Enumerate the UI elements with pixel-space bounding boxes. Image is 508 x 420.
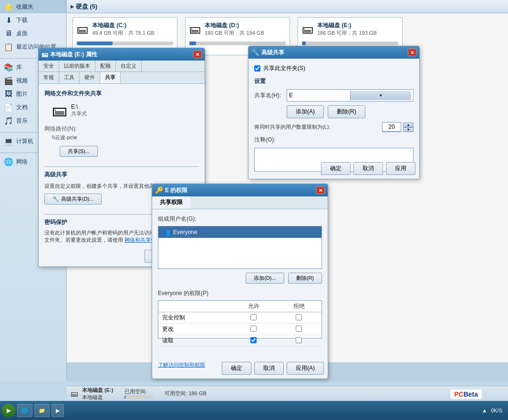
perm-add-button[interactable]: 添加(D)...: [246, 273, 284, 284]
perm-user-everyone[interactable]: 👥 Everyone: [158, 226, 321, 238]
tab-sharing[interactable]: 共享: [100, 72, 121, 83]
drive-d-bar-fill: [189, 41, 196, 45]
perm-allow-fullcontrol[interactable]: [250, 314, 257, 320]
sidebar-item-desktop[interactable]: 🖥 桌面: [0, 27, 66, 40]
taskbar-icons: ▲: [482, 408, 487, 413]
sidebar-item-label: 图片: [16, 90, 28, 98]
status-free-label: 可用空间: 186 GB: [165, 390, 206, 397]
share-checkbox-label: 共享此文件夹(S): [263, 64, 305, 72]
tab-hardware[interactable]: 硬件: [80, 72, 100, 83]
adv-bottom-buttons: 确定 取消 应用: [321, 162, 415, 175]
sidebar-item-label: 库: [16, 63, 22, 72]
perm-allow-change[interactable]: [250, 326, 257, 332]
drive-e-name: 本地磁盘 (E:): [317, 21, 398, 30]
perm-ok-button[interactable]: 确定: [222, 362, 251, 375]
dropdown-arrow-icon[interactable]: ▼: [350, 91, 412, 100]
taskbar: ▶ 🌐 📁 ▶ ▲ 0K/S: [0, 401, 508, 420]
share-checkbox[interactable]: [254, 65, 260, 72]
drive-c-icon: 🖴: [77, 22, 88, 36]
folder-icon: 📁: [39, 408, 45, 414]
advanced-share-label: 高级共享(D)...: [61, 195, 93, 203]
taskbar-btn-folder[interactable]: 📁: [34, 404, 50, 417]
perm-tab-share[interactable]: 共享权限: [152, 196, 190, 209]
sidebar-item-label: 桌面: [16, 30, 28, 38]
perm-row-fullcontrol: 完全控制: [158, 312, 321, 324]
advanced-section-title: 高级共享: [44, 171, 199, 179]
properties-tabs: 安全 以前的版本 配额 自定义: [39, 61, 205, 72]
properties-close-button[interactable]: ✕: [193, 51, 202, 58]
limit-up-button[interactable]: ▲: [403, 123, 414, 127]
limit-spinner: 20 ▲ ▼: [382, 122, 414, 132]
status-bar: 🖴 本地磁盘 (E:) 本地磁盘 已用空间: 可用空间: 186 GB: [67, 386, 508, 401]
perm-deny-change[interactable]: [296, 326, 302, 332]
share-status: 共享式: [71, 110, 87, 117]
adv-close-button[interactable]: ✕: [408, 49, 416, 56]
share-info: 🖴 E:\ 共享式: [52, 102, 199, 119]
add-share-button[interactable]: 添加(A): [287, 105, 324, 118]
sidebar-item-favorites[interactable]: ⭐ 收藏夹: [0, 0, 66, 13]
perm-deny-read[interactable]: [296, 337, 302, 343]
perm-title-icon: 🔑: [155, 186, 163, 194]
perm-apply-button[interactable]: 应用(A): [287, 362, 324, 375]
limit-down-button[interactable]: ▼: [403, 127, 414, 132]
perm-area: 允许 拒绝 完全控制 更改 读取: [158, 300, 322, 338]
perm-cancel-button[interactable]: 取消: [254, 362, 284, 375]
delete-share-button[interactable]: 删除(R): [328, 105, 365, 118]
limit-row: 将同时共享的用户数量限制为(L): 20 ▲ ▼: [254, 122, 414, 132]
share-button[interactable]: 共享(S)...: [60, 146, 98, 157]
sidebar-item-label: 下载: [16, 16, 28, 24]
share-name-dropdown[interactable]: E ▼: [287, 89, 414, 102]
taskbar-right: ▲ 0K/S: [482, 408, 506, 413]
properties-titlebar: 🖴 本地磁盘 (E:) 属性 ✕: [39, 48, 205, 61]
comment-label: 注释(O):: [254, 136, 283, 144]
sidebar-item-download[interactable]: ⬇ 下载: [0, 13, 66, 27]
limit-value: 20: [383, 123, 401, 132]
adv-apply-button[interactable]: 应用: [386, 162, 415, 175]
sidebar-item-label: 收藏夹: [16, 3, 33, 11]
perm-group-label: 组或用户名(G):: [158, 215, 322, 223]
tab-quota[interactable]: 配额: [95, 61, 116, 72]
adv-settings-title: 设置: [254, 77, 414, 85]
adv-title-icon: 🔧: [251, 49, 259, 56]
perm-title: E 的权限: [165, 186, 314, 195]
properties-window-controls: ✕: [193, 51, 202, 58]
advanced-share-button[interactable]: 🔧 高级共享(D)...: [44, 194, 102, 205]
perm-table: 允许 拒绝 完全控制 更改 读取: [158, 301, 321, 347]
start-button[interactable]: ▶: [2, 404, 15, 417]
taskbar-btn-media[interactable]: ▶: [52, 404, 64, 417]
drive-d-name: 本地磁盘 (D:): [205, 21, 286, 30]
perm-user-list: 👥 Everyone: [158, 226, 322, 269]
explorer-toolbar: ▸ 硬盘 (5): [67, 0, 508, 13]
drive-d-space: 180 GB 可用，共 194 GB: [205, 30, 286, 37]
adv-title: 高级共享: [261, 49, 406, 57]
tab-tools[interactable]: 工具: [59, 72, 80, 83]
drive-label: E:\: [71, 103, 87, 110]
tab-general[interactable]: 常规: [39, 72, 59, 83]
divider-1: [44, 166, 199, 167]
perm-learn-link[interactable]: 了解访问控制和权限: [158, 362, 205, 368]
taskbar-speed: 0K/S: [491, 408, 502, 413]
perm-allow-read[interactable]: [250, 337, 257, 343]
drive-e-bar-bg: [302, 41, 398, 45]
perm-close-button[interactable]: ✕: [316, 186, 325, 194]
perm-tabs: 共享权限: [152, 196, 328, 209]
advanced-sharing-window: 🔧 高级共享 ✕ 共享此文件夹(S) 设置 共享名(H): E ▼ 添加(A) …: [248, 46, 420, 179]
computer-icon: 💻: [4, 136, 13, 146]
recent-icon: 📋: [4, 42, 13, 51]
taskbar-btn-ie[interactable]: 🌐: [17, 404, 32, 417]
gear-icon: 🔧: [52, 196, 59, 202]
adv-cancel-button[interactable]: 取消: [353, 162, 383, 175]
tab-customize[interactable]: 自定义: [116, 61, 142, 72]
share-name-value: E: [289, 92, 350, 99]
limit-spinner-control[interactable]: 20: [382, 122, 401, 132]
video-icon: 🎬: [4, 76, 13, 85]
permissions-window: 🔑 E 的权限 ✕ 共享权限 组或用户名(G): 👥 Everyone 添加(D…: [152, 184, 328, 379]
tab-security[interactable]: 安全: [39, 61, 59, 72]
properties-title: 本地磁盘 (E:) 属性: [50, 51, 191, 59]
perm-remove-button[interactable]: 删除(R): [288, 273, 322, 284]
tab-previous[interactable]: 以前的版本: [59, 61, 95, 72]
perm-deny-fullcontrol[interactable]: [296, 314, 302, 320]
perm-col-deny: 拒绝: [276, 301, 321, 312]
adv-ok-button[interactable]: 确定: [321, 162, 351, 175]
share-name-label: 共享名(H):: [254, 92, 283, 100]
